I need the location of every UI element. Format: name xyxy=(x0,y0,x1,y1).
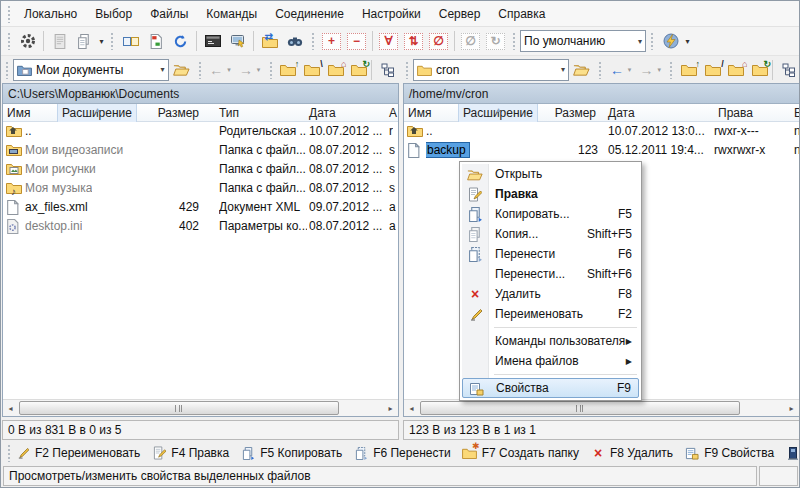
menu-item-duplicate[interactable]: Копия... Shift+F5 xyxy=(462,224,639,244)
column-header-rights[interactable]: Права xyxy=(718,104,753,122)
fkey-properties-button[interactable]: F9 Свойства xyxy=(684,446,774,461)
right-parent-directory-button[interactable]: ↑ xyxy=(677,59,701,81)
transfer-settings-button[interactable] xyxy=(658,30,683,53)
left-tree-toggle-button[interactable] xyxy=(375,58,400,81)
addressbar-grip[interactable] xyxy=(5,61,9,79)
select-by-mask-button[interactable]: ∀ xyxy=(376,30,401,53)
preferences-button[interactable] xyxy=(15,30,40,53)
menubar-grip[interactable] xyxy=(7,5,11,23)
menu-item-edit[interactable]: Правка xyxy=(462,184,639,204)
menu-server[interactable]: Сервер xyxy=(430,1,490,27)
fkey-copy-button[interactable]: F5 Копировать xyxy=(240,446,342,461)
file-row-parent[interactable]: .. 10.07.2012 13:0... rwxr-x--- n xyxy=(404,122,799,141)
fkeybar-grip[interactable] xyxy=(7,444,11,462)
column-header-size[interactable]: Размер xyxy=(137,104,199,122)
file-row[interactable]: Мои рисунки Папка с файл... 08.07.2012 .… xyxy=(3,160,398,179)
menu-options[interactable]: Настройки xyxy=(353,1,430,27)
column-header-extension[interactable]: Расширение ▲ xyxy=(57,104,137,122)
column-header-owner[interactable]: В xyxy=(794,104,800,122)
fkey-quit-button[interactable]: F10 Выход xyxy=(785,446,800,461)
column-header-attr[interactable]: А xyxy=(389,104,397,122)
addressbar-grip[interactable] xyxy=(405,61,409,79)
right-horizontal-scrollbar[interactable]: ◂ ▸ xyxy=(404,399,799,416)
chevron-down-icon[interactable]: ▾ xyxy=(683,37,692,46)
menu-item-properties[interactable]: Свойства F9 xyxy=(462,378,639,398)
right-tree-toggle-button[interactable] xyxy=(776,58,800,81)
scroll-left-icon[interactable]: ◂ xyxy=(404,401,419,415)
scrollbar-thumb[interactable] xyxy=(420,401,740,415)
duplicate-session-button[interactable] xyxy=(72,30,97,53)
sync-browsing-button[interactable] xyxy=(118,30,143,53)
menu-item-copy[interactable]: Копировать... F5 xyxy=(462,204,639,224)
invert-selection-button[interactable]: ⇅ xyxy=(401,30,426,53)
fkey-new-folder-button[interactable]: ✱ F7 Создать папку xyxy=(462,446,579,461)
addressbar-grip[interactable] xyxy=(198,61,202,79)
file-row[interactable]: ♪ Моя музыка Папка с файл... 08.07.2012 … xyxy=(3,179,398,198)
file-row[interactable]: ax_files.xml 429 Документ XML 09.07.2012… xyxy=(3,198,398,217)
menu-item-move[interactable]: Перенести F6 xyxy=(462,244,639,264)
right-open-directory-button[interactable] xyxy=(569,58,594,81)
right-directory-combo[interactable]: cron ▾ xyxy=(413,59,569,81)
toolbar-grip[interactable] xyxy=(7,32,11,50)
column-header-type[interactable]: Тип xyxy=(219,104,239,122)
fkey-edit-button[interactable]: F4 Правка xyxy=(151,446,229,461)
fkey-move-button[interactable]: F6 Перенести xyxy=(353,446,450,461)
file-row[interactable]: Мои видеозаписи Папка с файл... 08.07.20… xyxy=(3,141,398,160)
chevron-down-icon[interactable]: ▾ xyxy=(257,66,265,74)
menu-files[interactable]: Файлы xyxy=(141,1,197,27)
clear-selection-button[interactable]: ∅ xyxy=(426,30,451,53)
left-directory-combo[interactable]: Мои документы ▾ xyxy=(13,59,169,81)
toolbar-grip[interactable] xyxy=(512,32,516,50)
find-files-button[interactable] xyxy=(282,30,307,53)
chevron-down-icon[interactable]: ▾ xyxy=(227,66,235,74)
menu-item-file-names[interactable]: Имена файлов ▶ xyxy=(462,351,639,371)
fkey-delete-button[interactable]: × F8 Удалить xyxy=(590,446,673,461)
right-forward-button[interactable]: → xyxy=(636,59,658,81)
menu-item-delete[interactable]: × Удалить F8 xyxy=(462,284,639,304)
column-header-date[interactable]: Дата xyxy=(608,104,635,122)
compare-directories-button[interactable] xyxy=(143,30,168,53)
file-row[interactable]: desktop.ini 402 Параметры ко... 08.07.20… xyxy=(3,217,398,236)
select-files-button[interactable]: + xyxy=(319,30,344,53)
menu-item-move-dialog[interactable]: Перенести... Shift+F6 xyxy=(462,264,639,284)
addressbar-grip[interactable] xyxy=(269,61,273,79)
transfer-preset-combo[interactable]: По умолчанию ▾ xyxy=(520,30,646,52)
column-header-name[interactable]: Имя xyxy=(408,104,431,122)
menu-item-open[interactable]: Открыть xyxy=(462,164,639,184)
scrollbar-thumb[interactable] xyxy=(19,401,339,415)
menu-help[interactable]: Справка xyxy=(489,1,554,27)
menu-item-custom-commands[interactable]: Команды пользователя ▶ xyxy=(462,331,639,351)
file-row-parent[interactable]: .. Родительская ... 10.07.2012 ... r xyxy=(3,122,398,141)
left-home-directory-button[interactable]: ⌂ xyxy=(324,59,348,81)
menu-item-rename[interactable]: Переименовать F2 xyxy=(462,304,639,324)
chevron-down-icon[interactable]: ▾ xyxy=(97,37,106,46)
toolbar-grip[interactable] xyxy=(110,32,114,50)
column-header-date[interactable]: Дата xyxy=(309,104,336,122)
menu-local[interactable]: Локально xyxy=(15,1,86,27)
right-refresh-button[interactable]: ↻ xyxy=(748,59,772,81)
column-header-size[interactable]: Размер xyxy=(538,104,596,122)
right-home-directory-button[interactable]: ⌂ xyxy=(725,59,749,81)
scroll-right-icon[interactable]: ▸ xyxy=(784,401,799,415)
chevron-down-icon[interactable]: ▾ xyxy=(657,66,665,74)
session-log-button[interactable] xyxy=(47,30,72,53)
refresh-button[interactable] xyxy=(168,30,193,53)
right-back-button[interactable]: ← xyxy=(606,59,628,81)
unselect-files-button[interactable]: − xyxy=(344,30,369,53)
clear-all-selection-button[interactable]: ∅ xyxy=(458,30,483,53)
file-row-selected[interactable]: backup 123 05.12.2011 19:4... rwxrwxr-x … xyxy=(404,141,799,160)
menu-session[interactable]: Соединение xyxy=(266,1,353,27)
left-open-directory-button[interactable] xyxy=(169,58,194,81)
open-console-button[interactable] xyxy=(200,30,225,53)
scroll-left-icon[interactable]: ◂ xyxy=(3,401,18,415)
left-horizontal-scrollbar[interactable]: ◂ ▸ xyxy=(3,399,398,416)
left-parent-directory-button[interactable]: ↑ xyxy=(277,59,301,81)
left-root-directory-button[interactable]: \ xyxy=(300,59,324,81)
menu-commands[interactable]: Команды xyxy=(197,1,266,27)
toolbar-grip[interactable] xyxy=(311,32,315,50)
chevron-down-icon[interactable]: ▾ xyxy=(628,66,636,74)
restore-selection-button[interactable]: ↻ xyxy=(483,30,508,53)
column-header-name[interactable]: Имя xyxy=(7,104,30,122)
left-back-button[interactable]: ← xyxy=(206,59,228,81)
addressbar-grip[interactable] xyxy=(669,61,673,79)
